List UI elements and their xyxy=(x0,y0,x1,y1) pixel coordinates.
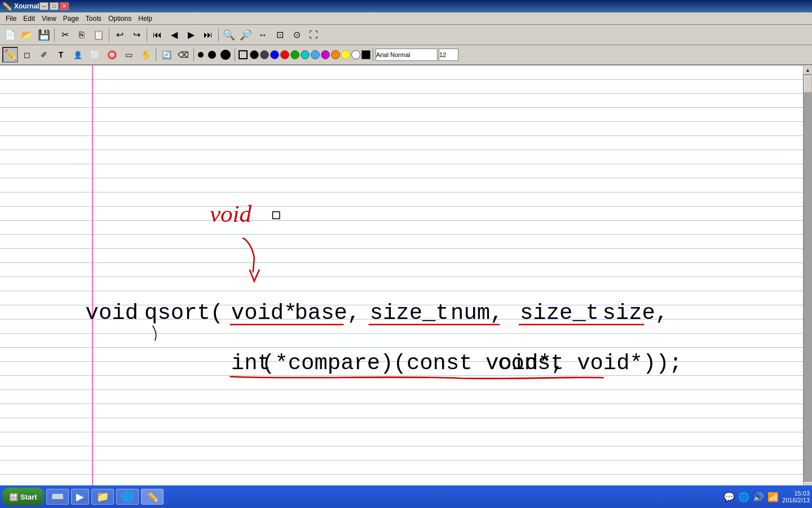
font-size-input[interactable] xyxy=(439,49,458,61)
sep1 xyxy=(54,28,55,42)
signature-void-star: void* xyxy=(231,301,297,326)
scroll-up-button[interactable]: ▲ xyxy=(804,65,813,75)
pen-tool[interactable]: ✏️ xyxy=(2,47,18,63)
copy-button[interactable]: ⎘ xyxy=(74,27,90,43)
eraser-tool[interactable]: ◻ xyxy=(19,47,35,63)
zoom-out-button[interactable]: 🔍 xyxy=(221,27,237,43)
scroll-thumb[interactable] xyxy=(804,76,812,93)
redo-button[interactable]: ↪ xyxy=(129,27,144,43)
paste-button[interactable]: 📋 xyxy=(91,27,107,43)
prev-page-button[interactable]: ◀ xyxy=(166,27,182,43)
color-red[interactable] xyxy=(280,50,289,59)
menu-help[interactable]: Help xyxy=(135,14,156,24)
sep5 xyxy=(156,48,156,62)
color-outline[interactable] xyxy=(239,50,248,59)
color-yellow[interactable] xyxy=(341,50,350,59)
menu-file[interactable]: File xyxy=(2,14,20,24)
taskbar-item-files[interactable]: 📁 xyxy=(91,489,114,505)
scrollbar: ▲ ▼ xyxy=(803,65,812,491)
menu-view[interactable]: View xyxy=(38,14,60,24)
files-icon: 📁 xyxy=(96,491,109,503)
taskbar-item-chrome[interactable]: 🌐 xyxy=(116,489,139,505)
color-magenta[interactable] xyxy=(321,50,330,59)
zoom-fit-width-button[interactable]: ↔ xyxy=(255,27,271,43)
start-icon: 🪟 xyxy=(9,493,18,501)
taskbar-item-cmd[interactable]: ⌨️ xyxy=(46,489,69,505)
clock-date: 2016/2/13 xyxy=(782,497,810,503)
sep6 xyxy=(193,48,194,62)
undo-button[interactable]: ↩ xyxy=(112,27,127,43)
pencil-tool[interactable]: ✐ xyxy=(36,47,52,63)
pen-tiny[interactable] xyxy=(198,52,204,58)
font-name-input[interactable] xyxy=(376,49,438,61)
snap-tool[interactable]: 🔄 xyxy=(158,47,174,63)
select-rect-tool[interactable]: ⬜ xyxy=(87,47,103,63)
zoom-fit-page-button[interactable]: ⊡ xyxy=(272,27,288,43)
cmd-icon: ⌨️ xyxy=(51,491,64,503)
taskbar: 🪟 Start ⌨️ ▶ 📁 🌐 ✏️ 💬 🌐 🔊 📶 15:03 2016/2… xyxy=(0,485,812,508)
taskbar-item-media[interactable]: ▶ xyxy=(71,489,89,505)
scroll-track[interactable] xyxy=(804,75,813,482)
last-page-button[interactable]: ⏭ xyxy=(200,27,216,43)
open-button[interactable]: 📂 xyxy=(19,27,35,43)
color-blue[interactable] xyxy=(270,50,279,59)
signature-num: num, xyxy=(451,301,503,326)
menu-page[interactable]: Page xyxy=(60,14,82,24)
media-icon: ▶ xyxy=(76,491,84,503)
fullscreen-button[interactable]: ⛶ xyxy=(306,27,321,43)
minimize-button[interactable]: ─ xyxy=(39,2,48,10)
signature-qsort: qsort( xyxy=(144,301,223,326)
save-button[interactable]: 💾 xyxy=(36,27,52,43)
close-button[interactable]: ✕ xyxy=(60,2,69,10)
first-page-button[interactable]: ⏮ xyxy=(149,27,165,43)
color-black[interactable] xyxy=(250,50,259,59)
pen-small[interactable] xyxy=(208,51,216,59)
taskbar-right: 💬 🌐 🔊 📶 15:03 2016/2/13 xyxy=(723,490,810,503)
zoom-100-button[interactable]: ⊙ xyxy=(289,27,304,43)
notebook-content: void void qsort( void* base, size_t num,… xyxy=(0,65,803,491)
hand-tool[interactable]: ✋ xyxy=(138,47,153,63)
sep7 xyxy=(235,48,235,62)
menu-tools[interactable]: Tools xyxy=(82,14,105,24)
xournal-icon: ✏️ xyxy=(146,491,158,503)
cut-button[interactable]: ✂ xyxy=(57,27,73,43)
taskbar-item-xournal[interactable]: ✏️ xyxy=(141,489,164,505)
window-controls: ─ □ ✕ xyxy=(39,2,69,10)
zoom-in-button[interactable]: 🔎 xyxy=(238,27,254,43)
image-tool[interactable]: 👤 xyxy=(70,47,86,63)
cursor-square xyxy=(273,212,280,218)
tray-signal-icon[interactable]: 📶 xyxy=(767,492,779,502)
canvas-area[interactable]: void void qsort( void* base, size_t num,… xyxy=(0,65,803,491)
signature-base: base, xyxy=(294,301,360,326)
text-tool[interactable]: T xyxy=(53,47,69,63)
tray-chat-icon[interactable]: 💬 xyxy=(723,492,735,502)
app-icon: ✏️ xyxy=(2,2,12,11)
color-white[interactable] xyxy=(351,50,360,59)
color-orange[interactable] xyxy=(331,50,340,59)
maximize-button[interactable]: □ xyxy=(50,2,59,10)
color-sky-blue[interactable] xyxy=(311,50,320,59)
tray-network-icon[interactable]: 🌐 xyxy=(738,492,749,502)
titlebar: ✏️ Xournal ─ □ ✕ xyxy=(0,0,812,12)
new-button[interactable]: 📄 xyxy=(2,27,18,43)
color-dark-gray[interactable] xyxy=(260,50,269,59)
color-cyan[interactable] xyxy=(301,50,310,59)
rubber-tool[interactable]: ⌫ xyxy=(175,47,191,63)
select-region-tool[interactable]: ▭ xyxy=(121,47,136,63)
main-area: void void qsort( void* base, size_t num,… xyxy=(0,65,812,491)
start-label: Start xyxy=(20,493,37,501)
sep4 xyxy=(218,28,219,42)
pen-medium[interactable] xyxy=(220,50,231,60)
title-text: Xournal xyxy=(14,2,39,10)
start-button[interactable]: 🪟 Start xyxy=(2,488,44,506)
color-green[interactable] xyxy=(290,50,299,59)
chrome-icon: 🌐 xyxy=(121,491,134,503)
menu-edit[interactable]: Edit xyxy=(20,14,38,24)
paren-mark xyxy=(152,326,156,341)
lasso-tool[interactable]: ⭕ xyxy=(104,47,120,63)
menu-options[interactable]: Options xyxy=(105,14,135,24)
next-page-button[interactable]: ▶ xyxy=(183,27,199,43)
arrow-head xyxy=(250,270,259,281)
tray-volume-icon[interactable]: 🔊 xyxy=(753,492,764,502)
color-black-square[interactable] xyxy=(361,50,370,59)
